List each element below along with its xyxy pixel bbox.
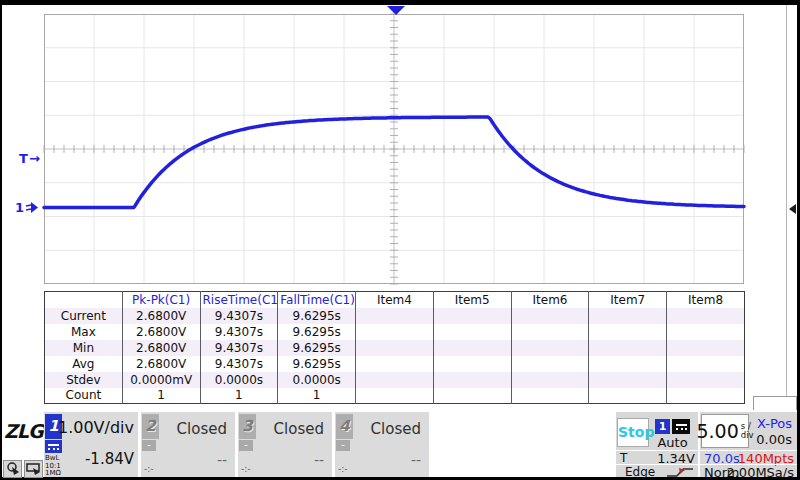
measurement-cell: 2.6800V [122, 308, 200, 324]
touchpad-icon[interactable] [24, 460, 43, 478]
measurement-row-label: Avg [45, 356, 123, 372]
channel2-block[interactable]: 2 - Closed -- -:- [141, 412, 235, 477]
measurement-cell: 9.4307s [200, 356, 278, 372]
measurement-cell [589, 308, 667, 324]
trigger-level-marker[interactable]: T→ [19, 151, 40, 166]
channel3-offset-placeholder: -- [314, 452, 324, 468]
measurement-row: Max2.6800V9.4307s9.6295s [45, 324, 745, 340]
measurement-cell [356, 388, 434, 404]
measurement-column-item7[interactable]: Item7 [589, 292, 667, 308]
channel4-coupling-placeholder: - [336, 440, 350, 451]
brand-logo: ZLG® [4, 420, 49, 442]
measurement-cell: 2.6800V [122, 324, 200, 340]
measurement-column-item6[interactable]: Item6 [511, 292, 589, 308]
measurement-cell: 9.6295s [278, 308, 356, 324]
measurement-cell [667, 372, 745, 388]
measurement-row-label: Max [45, 324, 123, 340]
measurement-cell [589, 372, 667, 388]
trigger-section: Stop 1 Auto T 1.34V Edge [616, 412, 698, 477]
measurement-column-pkpk[interactable]: Pk-Pk(C1) [122, 292, 200, 308]
measurement-cell [667, 324, 745, 340]
measurement-cell [433, 308, 511, 324]
channel2-badge[interactable]: 2 [142, 414, 159, 439]
measurement-cell: 9.4307s [200, 324, 278, 340]
channel1-scale: 1.00V/div [58, 418, 134, 437]
measurement-cell [667, 388, 745, 404]
channel1-position-label: 1 [15, 200, 24, 215]
measurement-row: Min2.6800V9.4307s9.6295s [45, 340, 745, 356]
measurement-cell [511, 388, 589, 404]
channel1-position-marker[interactable]: 1 [15, 200, 39, 215]
channel2-coupling-placeholder: - [142, 440, 156, 451]
trigger-coupling-dc-icon[interactable] [672, 419, 690, 434]
xpos-value: 0.00s [756, 432, 792, 447]
side-menu-strip[interactable] [786, 5, 797, 396]
measurement-column-item4[interactable]: Item4 [356, 292, 434, 308]
measurement-cell [356, 308, 434, 324]
measurement-column-item8[interactable]: Item8 [667, 292, 745, 308]
measurement-cell [511, 324, 589, 340]
measurement-cell: 9.4307s [200, 340, 278, 356]
logo-area: ZLG® [2, 412, 45, 477]
measurement-cell: 2.6800V [122, 340, 200, 356]
channel2-offset-placeholder: -- [217, 452, 227, 468]
channel2-sub-placeholder: -:- [144, 464, 154, 474]
trigger-position-marker[interactable] [387, 6, 405, 15]
xpos-label: X-Pos [757, 416, 792, 431]
trigger-sweep-mode[interactable]: Auto [654, 435, 691, 450]
channel4-badge[interactable]: 4 [336, 414, 353, 439]
measurement-row-label: Current [45, 308, 123, 324]
measurement-column-risetime[interactable]: RiseTime(C1) [200, 292, 278, 308]
measurement-cell: 2.6800V [122, 356, 200, 372]
channel1-attributes: BwL 10:1 1MΩ [45, 455, 61, 478]
timebase-section: 5.00 s /div X-Pos 0.00s 70.0s 140Mpts No… [700, 412, 797, 477]
channel1-block[interactable]: 1 BwL 10:1 1MΩ 1.00V/div -1.84V [44, 412, 138, 477]
trigger-level-arrow-icon: → [29, 151, 40, 166]
trigger-type-label: Edge [625, 465, 655, 479]
waveform-grid [0, 0, 800, 300]
channel3-block[interactable]: 3 - Closed -- -:- [238, 412, 332, 477]
channel3-sub-placeholder: -:- [241, 464, 251, 474]
touch-gesture-icon[interactable] [3, 460, 22, 478]
measurement-column-item5[interactable]: Item5 [433, 292, 511, 308]
measurement-row: Count111 [45, 388, 745, 404]
measurement-cell [433, 388, 511, 404]
measurement-cell [511, 340, 589, 356]
channel4-offset-placeholder: -- [411, 452, 421, 468]
measurement-cell [433, 324, 511, 340]
trigger-type-row[interactable]: Edge [616, 464, 698, 477]
measurement-cell: 9.6295s [278, 356, 356, 372]
measurement-cell [589, 340, 667, 356]
channel3-coupling-placeholder: - [239, 440, 253, 451]
run-state-button[interactable]: Stop [617, 418, 649, 447]
measurement-cell [356, 340, 434, 356]
channel4-block[interactable]: 4 - Closed -- -:- [335, 412, 429, 477]
measurement-row: Stdev0.0000mV0.0000s0.0000s [45, 372, 745, 388]
measurement-header-row: Pk-Pk(C1) RiseTime(C1) FallTime(C1) Item… [45, 292, 745, 308]
measurement-cell: 9.6295s [278, 340, 356, 356]
measurement-cell: 9.4307s [200, 308, 278, 324]
measurement-cell [511, 356, 589, 372]
measurement-row: Avg2.6800V9.4307s9.6295s [45, 356, 745, 372]
measurement-cell [356, 324, 434, 340]
side-menu-handle-icon[interactable] [789, 204, 796, 214]
channel1-dc-coupling-icon [45, 440, 62, 453]
measurement-cell: 1 [200, 388, 278, 404]
measurement-column-falltime[interactable]: FallTime(C1) [278, 292, 356, 308]
channel4-sub-placeholder: -:- [338, 464, 348, 474]
trigger-level-row[interactable]: T 1.34V [616, 450, 698, 463]
channel1-offset: -1.84V [85, 450, 134, 468]
trigger-source-badge[interactable]: 1 [655, 419, 670, 434]
rising-edge-icon [665, 466, 695, 478]
channel1-impedance: 1MΩ [45, 470, 61, 478]
channel4-state: Closed [371, 420, 421, 438]
measurement-table: Pk-Pk(C1) RiseTime(C1) FallTime(C1) Item… [44, 291, 745, 404]
measurement-row-label: Min [45, 340, 123, 356]
timebase-scale-box[interactable]: 5.00 s /div [701, 414, 749, 448]
measurement-cell: 1 [278, 388, 356, 404]
channel3-badge[interactable]: 3 [239, 414, 256, 439]
measurement-cell: 9.6295s [278, 324, 356, 340]
measurement-cell [667, 340, 745, 356]
horizontal-position-block[interactable]: X-Pos 0.00s [751, 414, 796, 448]
measurement-cell [433, 356, 511, 372]
